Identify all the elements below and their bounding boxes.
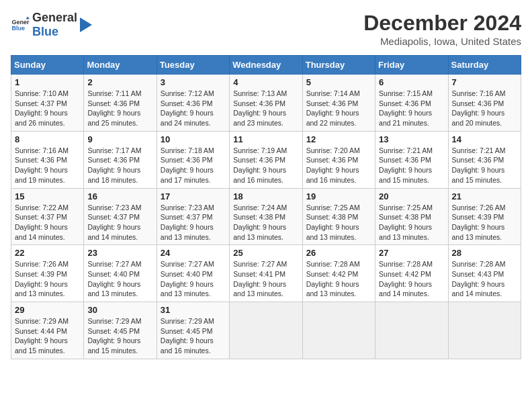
calendar-day-header: Friday <box>375 56 448 75</box>
day-info: Sunrise: 7:23 AM Sunset: 4:37 PM Dayligh… <box>161 203 226 242</box>
day-number: 12 <box>306 134 371 144</box>
calendar-day-cell: 8 Sunrise: 7:16 AM Sunset: 4:36 PM Dayli… <box>11 131 84 188</box>
day-number: 22 <box>15 248 80 258</box>
calendar-week-row: 29 Sunrise: 7:29 AM Sunset: 4:44 PM Dayl… <box>11 302 521 359</box>
calendar-day-header: Tuesday <box>157 56 229 75</box>
calendar-day-cell: 10 Sunrise: 7:18 AM Sunset: 4:36 PM Dayl… <box>157 131 229 188</box>
calendar-day-cell: 12 Sunrise: 7:20 AM Sunset: 4:36 PM Dayl… <box>302 131 375 188</box>
day-info: Sunrise: 7:28 AM Sunset: 4:43 PM Dayligh… <box>452 259 517 299</box>
svg-text:Blue: Blue <box>11 25 25 32</box>
day-info: Sunrise: 7:26 AM Sunset: 4:39 PM Dayligh… <box>15 259 80 299</box>
calendar-day-header: Thursday <box>302 56 375 75</box>
calendar-day-cell: 27 Sunrise: 7:28 AM Sunset: 4:42 PM Dayl… <box>375 245 448 302</box>
day-info: Sunrise: 7:21 AM Sunset: 4:36 PM Dayligh… <box>379 146 444 185</box>
calendar-day-cell: 9 Sunrise: 7:17 AM Sunset: 4:36 PM Dayli… <box>84 131 157 188</box>
day-number: 7 <box>452 77 517 87</box>
day-number: 19 <box>306 191 371 201</box>
day-number: 31 <box>161 305 226 315</box>
calendar-day-cell: 17 Sunrise: 7:23 AM Sunset: 4:37 PM Dayl… <box>157 188 229 245</box>
calendar-day-cell <box>230 302 302 359</box>
calendar-day-header: Sunday <box>11 56 84 75</box>
page-title: December 2024 <box>363 11 521 36</box>
calendar-week-row: 22 Sunrise: 7:26 AM Sunset: 4:39 PM Dayl… <box>11 245 521 302</box>
day-number: 15 <box>15 191 80 201</box>
day-number: 14 <box>452 134 517 144</box>
calendar-day-cell <box>302 302 375 359</box>
calendar-day-header: Wednesday <box>230 56 302 75</box>
calendar-day-cell: 13 Sunrise: 7:21 AM Sunset: 4:36 PM Dayl… <box>375 131 448 188</box>
day-number: 2 <box>87 77 152 87</box>
svg-text:General: General <box>11 19 30 26</box>
logo-arrow-icon <box>80 17 92 32</box>
calendar-day-cell: 26 Sunrise: 7:28 AM Sunset: 4:42 PM Dayl… <box>302 245 375 302</box>
day-number: 16 <box>87 191 152 201</box>
day-info: Sunrise: 7:23 AM Sunset: 4:37 PM Dayligh… <box>87 203 152 242</box>
title-section: December 2024 Mediapolis, Iowa, United S… <box>363 11 521 47</box>
logo: General Blue General Blue <box>11 11 92 39</box>
day-info: Sunrise: 7:18 AM Sunset: 4:36 PM Dayligh… <box>161 146 226 185</box>
day-info: Sunrise: 7:26 AM Sunset: 4:39 PM Dayligh… <box>452 203 517 242</box>
day-number: 24 <box>161 248 226 258</box>
calendar-day-header: Saturday <box>448 56 521 75</box>
calendar-day-cell: 28 Sunrise: 7:28 AM Sunset: 4:43 PM Dayl… <box>448 245 521 302</box>
day-info: Sunrise: 7:28 AM Sunset: 4:42 PM Dayligh… <box>379 259 444 299</box>
day-info: Sunrise: 7:29 AM Sunset: 4:45 PM Dayligh… <box>161 316 226 356</box>
calendar-day-cell: 24 Sunrise: 7:27 AM Sunset: 4:40 PM Dayl… <box>157 245 229 302</box>
day-info: Sunrise: 7:11 AM Sunset: 4:36 PM Dayligh… <box>87 89 152 128</box>
day-number: 4 <box>233 77 298 87</box>
day-info: Sunrise: 7:24 AM Sunset: 4:38 PM Dayligh… <box>233 203 298 242</box>
day-info: Sunrise: 7:27 AM Sunset: 4:40 PM Dayligh… <box>87 259 152 299</box>
day-number: 30 <box>87 305 152 315</box>
page-subtitle: Mediapolis, Iowa, United States <box>363 36 521 47</box>
day-number: 25 <box>233 248 298 258</box>
calendar-day-cell: 18 Sunrise: 7:24 AM Sunset: 4:38 PM Dayl… <box>230 188 302 245</box>
day-number: 1 <box>15 77 80 87</box>
day-info: Sunrise: 7:17 AM Sunset: 4:36 PM Dayligh… <box>87 146 152 185</box>
day-number: 21 <box>452 191 517 201</box>
calendar-week-row: 15 Sunrise: 7:22 AM Sunset: 4:37 PM Dayl… <box>11 188 521 245</box>
day-info: Sunrise: 7:27 AM Sunset: 4:40 PM Dayligh… <box>161 259 226 299</box>
day-number: 9 <box>87 134 152 144</box>
day-number: 29 <box>15 305 80 315</box>
calendar-header: SundayMondayTuesdayWednesdayThursdayFrid… <box>11 56 521 75</box>
calendar-day-cell: 11 Sunrise: 7:19 AM Sunset: 4:36 PM Dayl… <box>230 131 302 188</box>
calendar-day-cell: 6 Sunrise: 7:15 AM Sunset: 4:36 PM Dayli… <box>375 75 448 132</box>
calendar-day-cell: 19 Sunrise: 7:25 AM Sunset: 4:38 PM Dayl… <box>302 188 375 245</box>
day-info: Sunrise: 7:25 AM Sunset: 4:38 PM Dayligh… <box>379 203 444 242</box>
calendar-day-cell: 25 Sunrise: 7:27 AM Sunset: 4:41 PM Dayl… <box>230 245 302 302</box>
day-number: 26 <box>306 248 371 258</box>
day-info: Sunrise: 7:16 AM Sunset: 4:36 PM Dayligh… <box>452 89 517 128</box>
calendar-table: SundayMondayTuesdayWednesdayThursdayFrid… <box>11 55 521 359</box>
day-info: Sunrise: 7:20 AM Sunset: 4:36 PM Dayligh… <box>306 146 371 185</box>
logo-blue-text: Blue <box>32 25 58 38</box>
day-number: 23 <box>87 248 152 258</box>
header: General Blue General Blue December 2024 … <box>11 11 521 47</box>
day-number: 11 <box>233 134 298 144</box>
calendar-day-cell: 29 Sunrise: 7:29 AM Sunset: 4:44 PM Dayl… <box>11 302 84 359</box>
logo-icon: General Blue <box>11 15 30 34</box>
day-info: Sunrise: 7:10 AM Sunset: 4:37 PM Dayligh… <box>15 89 80 128</box>
calendar-day-cell <box>375 302 448 359</box>
calendar-day-cell: 16 Sunrise: 7:23 AM Sunset: 4:37 PM Dayl… <box>84 188 157 245</box>
calendar-day-cell: 15 Sunrise: 7:22 AM Sunset: 4:37 PM Dayl… <box>11 188 84 245</box>
day-info: Sunrise: 7:19 AM Sunset: 4:36 PM Dayligh… <box>233 146 298 185</box>
day-info: Sunrise: 7:15 AM Sunset: 4:36 PM Dayligh… <box>379 89 444 128</box>
logo-general-text: General <box>32 11 77 24</box>
day-number: 10 <box>161 134 226 144</box>
day-info: Sunrise: 7:14 AM Sunset: 4:36 PM Dayligh… <box>306 89 371 128</box>
day-number: 5 <box>306 77 371 87</box>
day-number: 6 <box>379 77 444 87</box>
calendar-day-cell: 1 Sunrise: 7:10 AM Sunset: 4:37 PM Dayli… <box>11 75 84 132</box>
calendar-day-cell: 3 Sunrise: 7:12 AM Sunset: 4:36 PM Dayli… <box>157 75 229 132</box>
day-number: 20 <box>379 191 444 201</box>
calendar-day-cell: 14 Sunrise: 7:21 AM Sunset: 4:36 PM Dayl… <box>448 131 521 188</box>
day-info: Sunrise: 7:27 AM Sunset: 4:41 PM Dayligh… <box>233 259 298 299</box>
day-info: Sunrise: 7:29 AM Sunset: 4:44 PM Dayligh… <box>15 316 80 356</box>
calendar-day-cell: 21 Sunrise: 7:26 AM Sunset: 4:39 PM Dayl… <box>448 188 521 245</box>
svg-marker-2 <box>26 16 30 19</box>
day-info: Sunrise: 7:25 AM Sunset: 4:38 PM Dayligh… <box>306 203 371 242</box>
day-number: 17 <box>161 191 226 201</box>
calendar-week-row: 1 Sunrise: 7:10 AM Sunset: 4:37 PM Dayli… <box>11 75 521 132</box>
day-info: Sunrise: 7:13 AM Sunset: 4:36 PM Dayligh… <box>233 89 298 128</box>
day-number: 18 <box>233 191 298 201</box>
